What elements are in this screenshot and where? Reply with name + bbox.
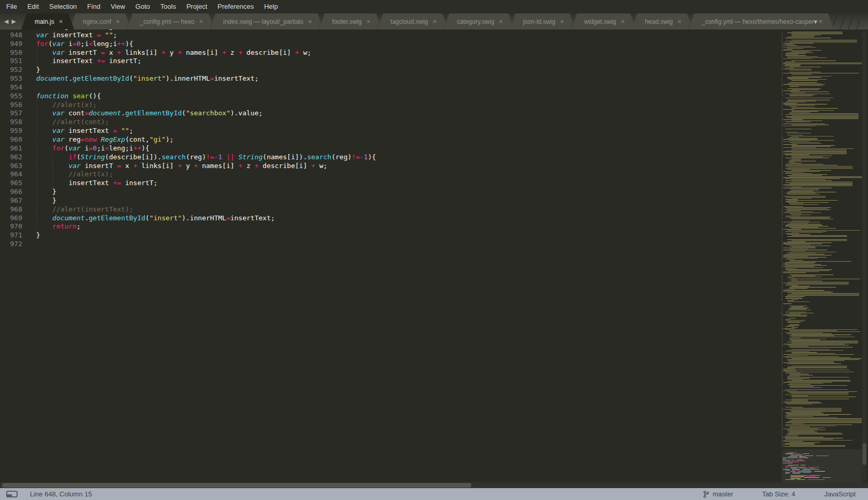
code-line[interactable]: 957 var cont=document.getElementById("se… xyxy=(0,109,780,118)
indent-guide xyxy=(36,101,37,110)
indent-guide xyxy=(36,170,37,179)
tab-close-icon[interactable]: × xyxy=(59,18,63,25)
tab-label: index.swig — layout/_partials xyxy=(223,18,303,25)
menu-bar: FileEditSelectionFindViewGotoToolsProjec… xyxy=(0,0,868,13)
tab-overflow-dropdown-icon[interactable]: ▼ xyxy=(813,13,818,29)
menu-item-help[interactable]: Help xyxy=(259,0,283,13)
line-number: 963 xyxy=(0,162,28,171)
code-line[interactable]: 962 if(String(describe[i]).search(reg)!=… xyxy=(0,153,780,162)
syntax-status[interactable]: JavaScript xyxy=(810,490,868,498)
code-line-content: } xyxy=(28,188,56,196)
code-line[interactable]: 956 //alert(x); xyxy=(0,101,780,110)
line-number: 959 xyxy=(0,127,28,135)
indent-guide xyxy=(52,179,53,188)
menu-item-selection[interactable]: Selection xyxy=(44,0,82,13)
code-line[interactable]: 954 xyxy=(0,83,780,92)
tab-size-status[interactable]: Tab Size: 4 xyxy=(748,490,810,498)
tab-index.swig-layout-partials[interactable]: index.swig — layout/_partials× xyxy=(210,13,323,29)
tab-json-ld.swig[interactable]: json-ld.swig× xyxy=(509,13,575,29)
code-line-content: var cont=document.getElementById("search… xyxy=(28,109,262,118)
line-number: 971 xyxy=(0,231,28,240)
sublime-text-window: FileEditSelectionFindViewGotoToolsProjec… xyxy=(0,0,868,500)
tab-nav-back-icon[interactable]: ◀ xyxy=(4,18,8,25)
code-line[interactable]: 949for(var i=0;i<leng;i++){ xyxy=(0,40,780,49)
code-line[interactable]: 960 var reg=new RegExp(cont,"gi"); xyxy=(0,135,780,144)
code-line[interactable]: 963 var insertT = x + links[i] + y + nam… xyxy=(0,162,780,171)
code-line-content: for(var i=0;i<leng;i++){ xyxy=(28,40,133,49)
tab-close-icon[interactable]: × xyxy=(499,18,503,25)
vertical-scrollbar-thumb[interactable] xyxy=(862,443,866,465)
tab-close-icon[interactable]: × xyxy=(308,18,312,25)
menu-item-project[interactable]: Project xyxy=(181,0,212,13)
code-line[interactable]: 958 //alert(cont); xyxy=(0,118,780,127)
code-line[interactable]: 959 var insertText = ""; xyxy=(0,127,780,135)
tab-close-icon[interactable]: × xyxy=(818,18,823,25)
code-line[interactable]: 968 //alert(insertText); xyxy=(0,205,780,214)
code-area[interactable]: 947var leng=links.length;948var insertTe… xyxy=(0,29,780,249)
horizontal-scrollbar[interactable] xyxy=(0,482,868,488)
tab-category.swig[interactable]: category.swig× xyxy=(443,13,514,29)
menu-item-view[interactable]: View xyxy=(105,0,130,13)
code-line[interactable]: 970 return; xyxy=(0,222,780,231)
line-number: 951 xyxy=(0,57,28,66)
caret-position-status[interactable]: Line 648, Column 15 xyxy=(30,490,92,498)
tab--config.yml-hexo-themes-hexo-casper[interactable]: _config.yml — hexo/themes/hexo-casper× xyxy=(688,13,834,29)
menu-item-file[interactable]: File xyxy=(1,0,22,13)
tab-tagcloud.swig[interactable]: tagcloud.swig× xyxy=(377,13,448,29)
code-line[interactable]: 948var insertText = ""; xyxy=(0,31,780,40)
code-line-content: var insertT = x + links[i] + y + names[i… xyxy=(28,162,328,171)
menu-item-tools[interactable]: Tools xyxy=(155,0,181,13)
tab-close-icon[interactable]: × xyxy=(433,18,437,25)
tab-close-icon[interactable]: × xyxy=(560,18,564,25)
code-line[interactable]: 964 //alert(x); xyxy=(0,170,780,179)
code-line[interactable]: 955function sear(){ xyxy=(0,92,780,101)
minimap[interactable] xyxy=(782,29,862,482)
code-line[interactable]: 969 document.getElementById("insert").in… xyxy=(0,214,780,223)
vertical-scrollbar[interactable] xyxy=(862,31,866,481)
code-line[interactable]: 961 for(var i=0;i<leng;i++){ xyxy=(0,144,780,153)
tab-head.swig[interactable]: head.swig× xyxy=(631,13,693,29)
code-line[interactable]: 951 insertText += insertT; xyxy=(0,57,780,66)
tab-label: _config.yml — hexo xyxy=(140,18,194,25)
tab-label: _config.yml — hexo/themes/hexo-casper xyxy=(702,18,814,25)
tab-nginx.conf[interactable]: nginx.conf× xyxy=(70,13,131,29)
editor-pane[interactable]: 947var leng=links.length;948var insertTe… xyxy=(0,29,868,482)
menu-item-edit[interactable]: Edit xyxy=(22,0,44,13)
code-line[interactable]: 952} xyxy=(0,66,780,74)
panel-toggle-icon[interactable] xyxy=(6,491,18,497)
code-line[interactable]: 967 } xyxy=(0,196,780,205)
tab-footer.swig[interactable]: footer.swig× xyxy=(319,13,382,29)
code-line[interactable]: 966 } xyxy=(0,188,780,196)
tab-main.js[interactable]: main.js× xyxy=(21,13,74,29)
line-number: 958 xyxy=(0,118,28,127)
horizontal-scrollbar-thumb[interactable] xyxy=(2,483,471,488)
tab-close-icon[interactable]: × xyxy=(116,18,120,25)
menu-item-goto[interactable]: Goto xyxy=(130,0,155,13)
tab-label: footer.swig xyxy=(332,18,362,25)
tab-bar: ◀ ▶ main.js×nginx.conf×_config.yml — hex… xyxy=(0,13,868,29)
code-line-content: insertText += insertT; xyxy=(28,179,158,188)
tab-close-icon[interactable]: × xyxy=(621,18,625,25)
tab-close-icon[interactable]: × xyxy=(677,18,681,25)
line-number: 948 xyxy=(0,31,28,40)
tab-close-icon[interactable]: × xyxy=(199,18,203,25)
line-number: 966 xyxy=(0,188,28,196)
tab-close-icon[interactable]: × xyxy=(366,18,370,25)
code-line[interactable]: 965 insertText += insertT; xyxy=(0,179,780,188)
code-line-content: //alert(cont); xyxy=(28,118,109,127)
minimap-viewport[interactable] xyxy=(782,449,862,482)
tab--config.yml-hexo[interactable]: _config.yml — hexo× xyxy=(127,13,214,29)
tab-nav-forward-icon[interactable]: ▶ xyxy=(11,18,16,25)
code-line[interactable]: 950 var insertT = x + links[i] + y + nam… xyxy=(0,49,780,57)
line-number: 957 xyxy=(0,109,28,118)
menu-item-find[interactable]: Find xyxy=(82,0,105,13)
tab-widget.swig[interactable]: widget.swig× xyxy=(571,13,637,29)
menu-item-preferences[interactable]: Preferences xyxy=(212,0,259,13)
indent-guide xyxy=(36,188,37,196)
line-number: 962 xyxy=(0,153,28,162)
code-line-content xyxy=(28,240,36,249)
code-line[interactable]: 953document.getElementById("insert").inn… xyxy=(0,74,780,83)
code-line[interactable]: 971} xyxy=(0,231,780,240)
code-line[interactable]: 972 xyxy=(0,240,780,249)
code-line-content xyxy=(28,83,36,92)
